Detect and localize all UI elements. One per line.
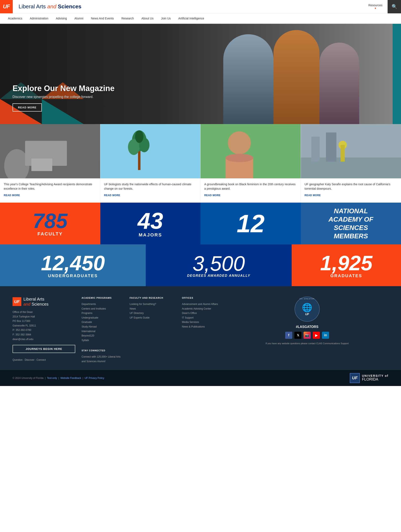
footer-link-departments[interactable]: Departments	[82, 302, 123, 307]
footer-link-looking[interactable]: Looking for Something?	[130, 302, 176, 307]
footer-link-international[interactable]: International	[82, 329, 123, 334]
stat-nas-number: 12	[237, 211, 265, 236]
site-title: Liberal Arts and Sciences	[13, 3, 87, 10]
search-button[interactable]: 🔍	[388, 0, 401, 13]
nav-join-us[interactable]: Join Us	[157, 13, 175, 24]
news-image-1	[0, 124, 100, 178]
nav-advising[interactable]: Advising	[52, 13, 71, 24]
stat-majors: 43 MAJORS	[100, 203, 201, 244]
text-only-link[interactable]: Text-only	[47, 377, 57, 380]
footer-link-media[interactable]: Media Services	[182, 320, 220, 325]
footer-link-studyabroad[interactable]: Study Abroad	[82, 325, 123, 329]
footer-link-advancement[interactable]: Advancement and Alumni Affairs	[182, 302, 220, 307]
news-text-1: This year's College Teaching/Advising Aw…	[4, 182, 96, 191]
news-card-3: A groundbreaking book on Black feminism …	[200, 124, 301, 203]
hero-cta-button[interactable]: READ MORE	[13, 103, 42, 112]
bottom-copyright: © 2024 University of Florida | Text-only…	[13, 377, 104, 380]
nav-news-events[interactable]: News And Events	[87, 13, 118, 24]
nav-about-us[interactable]: About Us	[138, 13, 157, 24]
footer-link-news-pub[interactable]: News & Publications	[182, 325, 220, 329]
person-image	[200, 124, 301, 178]
journeys-button[interactable]: JOURNEYS BEGIN HERE	[13, 345, 75, 353]
news-card-2: UF biologists study the nationwide effec…	[100, 124, 201, 203]
svg-point-16	[228, 131, 251, 154]
stats-row-1: 785 FACULTY 43 MAJORS 12 NATIONALACADEMY…	[0, 203, 401, 244]
svg-rect-22	[326, 133, 336, 162]
stat-faculty-label: FACULTY	[37, 231, 63, 237]
stat-degrees-label: DEGREES AWARDED ANNUALLY	[187, 274, 251, 278]
svg-rect-9	[100, 124, 200, 178]
stat-graduates: 1,925 GRADUATES	[292, 244, 401, 286]
news-card-1: This year's College Teaching/Advising Aw…	[0, 124, 100, 203]
privacy-link[interactable]: UF Privacy Policy	[85, 377, 104, 380]
hero-subtitle: Discover new synergies propelling the co…	[13, 95, 115, 99]
footer-link-deans-office[interactable]: Dean's Office	[182, 311, 220, 316]
search-icon: 🔍	[392, 4, 397, 9]
stat-nas-text: NATIONALACADEMY OFSCIENCESMEMBERS	[301, 203, 401, 244]
tree-image	[100, 124, 200, 178]
footer-stay-text: Connect with 125,000+ Liberal Arts and S…	[82, 355, 123, 364]
nav-research[interactable]: Research	[118, 13, 138, 24]
read-more-4[interactable]: READ MORE	[305, 194, 397, 200]
svg-rect-24	[341, 145, 345, 162]
site-title-italic: and	[47, 3, 56, 10]
linkedin-icon[interactable]: in	[322, 332, 329, 339]
news-text-3: A groundbreaking book on Black feminism …	[204, 182, 297, 191]
footer-link-undergrad[interactable]: Undergraduate	[82, 316, 123, 320]
footer-stay-heading: STAY CONNECTED	[82, 349, 123, 352]
footer-link-graduate[interactable]: Graduate	[82, 320, 123, 325]
read-more-1[interactable]: READ MORE	[4, 194, 96, 200]
hero-content: Explore Our New Magazine Discover new sy…	[13, 84, 115, 112]
person2-silhouette	[273, 30, 319, 124]
nav-alumni[interactable]: Alumni	[71, 13, 87, 24]
footer-logo-col: UF Liberal Artsand Sciences Office of th…	[13, 297, 75, 364]
bottom-bar: © 2024 University of Florida | Text-only…	[0, 370, 401, 386]
news-image-2	[100, 124, 200, 178]
stat-nas-label: NATIONALACADEMY OFSCIENCESMEMBERS	[329, 207, 373, 240]
stat-degrees: 3,500 DEGREES AWARDED ANNUALLY	[146, 244, 291, 286]
youtube-icon[interactable]: ▶	[313, 332, 320, 339]
stat-faculty-number: 785	[33, 210, 68, 231]
footer-link-advising-center[interactable]: Academic Advising Center	[182, 307, 220, 311]
footer-link-ufdirectory[interactable]: UF Directory	[130, 311, 176, 316]
footer-website-note: If you have any website questions please…	[265, 342, 349, 345]
nav-ai[interactable]: Artificial Intelligence	[175, 13, 208, 24]
site-title-prefix: Liberal Arts	[19, 3, 47, 10]
hero-people	[223, 30, 359, 124]
stat-majors-number: 43	[138, 209, 163, 232]
resources-button[interactable]: Resources ▼	[363, 0, 388, 13]
hero-teal-accent	[393, 24, 401, 124]
news-body-4: UF geographer Katy Serafin explains the …	[301, 178, 401, 203]
footer-faculty-col: FACULTY AND RESEARCH Looking for Somethi…	[130, 297, 176, 364]
footer-logo-text: Liberal Artsand Sciences	[23, 297, 49, 307]
feedback-link[interactable]: Website Feedback	[60, 377, 81, 380]
read-more-3[interactable]: READ MORE	[204, 194, 297, 200]
facebook-icon[interactable]: f	[285, 332, 292, 339]
copyright-text: © 2024 University of Florida	[13, 377, 44, 380]
footer-offices-col: OFFICES Advancement and Alumni Affairs A…	[182, 297, 220, 364]
stat-majors-label: MAJORS	[139, 232, 162, 238]
nav-administration[interactable]: Administration	[26, 13, 52, 24]
footer-link-centers[interactable]: Centers and Institutes	[82, 307, 123, 311]
stat-graduates-number: 1,925	[320, 253, 372, 273]
nav-academics[interactable]: Academics	[4, 13, 26, 24]
footer-link-beyond120[interactable]: Beyond120	[82, 334, 123, 338]
news-image-4	[301, 124, 401, 178]
footer-link-news[interactable]: News	[130, 307, 176, 311]
classroom-image	[0, 124, 100, 178]
instagram-icon[interactable]: 📷	[304, 332, 311, 339]
university-of-text: UNIVERSITY of	[362, 374, 388, 377]
hero-title: Explore Our New Magazine	[13, 84, 115, 93]
uf-logo-block[interactable]: UF	[0, 0, 13, 13]
twitter-x-icon[interactable]: 𝕏	[294, 332, 302, 339]
footer-link-experts[interactable]: UF Experts Guide	[130, 316, 176, 320]
read-more-2[interactable]: READ MORE	[104, 194, 197, 200]
footer-link-programs[interactable]: Programs	[82, 311, 123, 316]
stat-undergrads: 12,450 UNDERGRADUATES	[0, 244, 146, 286]
news-text-2: UF biologists study the nationwide effec…	[104, 182, 197, 191]
footer-tagline: Question · Discover · Connect	[13, 358, 75, 361]
footer-link-it[interactable]: IT Support	[182, 316, 220, 320]
resources-arrow: ▼	[374, 7, 377, 10]
stat-undergrads-number: 12,450	[41, 253, 105, 273]
footer-link-syllabi[interactable]: Syllabi	[82, 338, 123, 343]
